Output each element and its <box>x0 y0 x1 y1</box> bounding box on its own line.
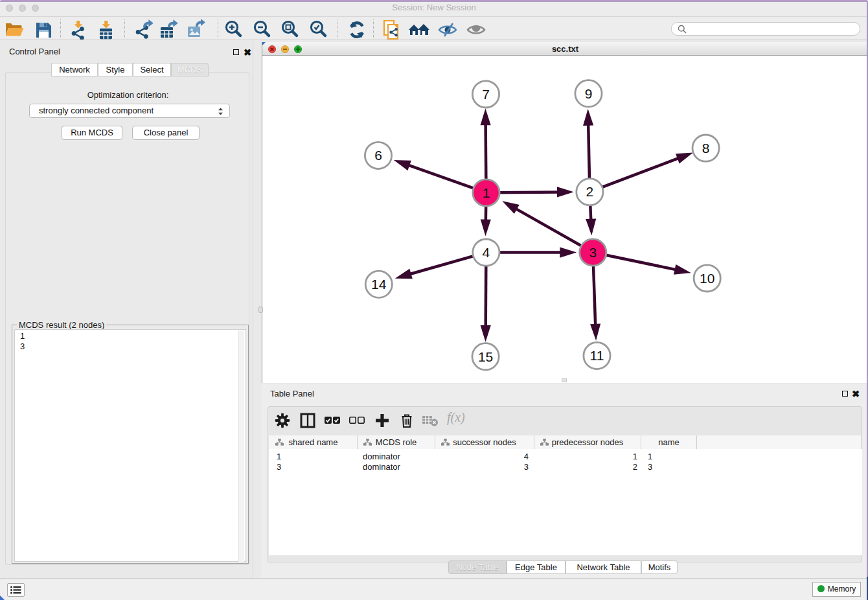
svg-text:10: 10 <box>700 271 714 286</box>
svg-text:1: 1 <box>483 185 490 200</box>
svg-text:9: 9 <box>585 86 593 101</box>
svg-text:4: 4 <box>483 245 490 260</box>
svg-text:8: 8 <box>702 141 710 156</box>
svg-text:2: 2 <box>586 184 594 199</box>
svg-text:3: 3 <box>589 245 597 260</box>
svg-text:14: 14 <box>371 277 387 292</box>
svg-text:6: 6 <box>374 148 382 163</box>
svg-text:7: 7 <box>482 87 490 102</box>
svg-text:11: 11 <box>590 348 604 363</box>
svg-text:15: 15 <box>478 349 493 364</box>
